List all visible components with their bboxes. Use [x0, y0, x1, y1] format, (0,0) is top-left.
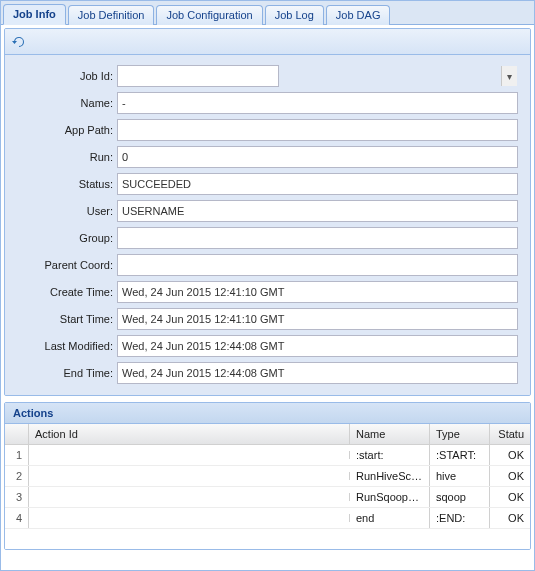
row-number: 2	[5, 466, 29, 486]
tab-label: Job Log	[275, 9, 314, 21]
label-name: Name:	[17, 97, 117, 109]
cell-status: OK	[490, 487, 530, 507]
actions-title: Actions	[5, 403, 530, 424]
label-app-path: App Path:	[17, 124, 117, 136]
label-start-time: Start Time:	[17, 313, 117, 325]
cell-status: OK	[490, 445, 530, 465]
col-type[interactable]: Type	[430, 424, 490, 444]
panel-body: Job Id: ▾ Name: App Path: Run: Status:	[5, 55, 530, 395]
label-job-id: Job Id:	[17, 70, 117, 82]
field-run[interactable]	[117, 146, 518, 168]
table-row[interactable]: 3 RunSqoopE... sqoop OK	[5, 487, 530, 508]
actions-panel: Actions Action Id Name Type Statu 1 :sta…	[4, 402, 531, 550]
cell-action-id	[29, 493, 350, 501]
cell-name: :start:	[350, 445, 430, 465]
field-app-path[interactable]	[117, 119, 518, 141]
cell-type: :END:	[430, 508, 490, 528]
cell-action-id	[29, 451, 350, 459]
field-last-modified[interactable]	[117, 335, 518, 357]
field-create-time[interactable]	[117, 281, 518, 303]
table-row[interactable]: 2 RunHiveScript hive OK	[5, 466, 530, 487]
label-status: Status:	[17, 178, 117, 190]
field-name[interactable]	[117, 92, 518, 114]
tab-label: Job DAG	[336, 9, 381, 21]
panel-toolbar	[5, 29, 530, 55]
cell-name: RunSqoopE...	[350, 487, 430, 507]
cell-name: RunHiveScript	[350, 466, 430, 486]
tab-strip: Job Info Job Definition Job Configuratio…	[1, 1, 534, 25]
field-start-time[interactable]	[117, 308, 518, 330]
label-run: Run:	[17, 151, 117, 163]
field-group[interactable]	[117, 227, 518, 249]
cell-status: OK	[490, 508, 530, 528]
tab-job-definition[interactable]: Job Definition	[68, 5, 155, 25]
tab-job-configuration[interactable]: Job Configuration	[156, 5, 262, 25]
cell-action-id	[29, 514, 350, 522]
row-number: 3	[5, 487, 29, 507]
label-user: User:	[17, 205, 117, 217]
cell-type: sqoop	[430, 487, 490, 507]
tab-job-info[interactable]: Job Info	[3, 4, 66, 25]
cell-status: OK	[490, 466, 530, 486]
field-user[interactable]	[117, 200, 518, 222]
job-info-panel: Job Id: ▾ Name: App Path: Run: Status:	[4, 28, 531, 396]
grid-empty-space	[5, 529, 530, 549]
row-number: 1	[5, 445, 29, 465]
table-row[interactable]: 1 :start: :START: OK	[5, 445, 530, 466]
col-action-id[interactable]: Action Id	[29, 424, 350, 444]
cell-name: end	[350, 508, 430, 528]
tab-job-log[interactable]: Job Log	[265, 5, 324, 25]
label-last-modified: Last Modified:	[17, 340, 117, 352]
col-status[interactable]: Statu	[490, 424, 530, 444]
label-group: Group:	[17, 232, 117, 244]
grid-header: Action Id Name Type Statu	[5, 424, 530, 445]
field-job-id[interactable]	[117, 65, 279, 87]
tab-label: Job Info	[13, 8, 56, 20]
col-rownum[interactable]	[5, 424, 29, 444]
label-create-time: Create Time:	[17, 286, 117, 298]
field-parent-coord[interactable]	[117, 254, 518, 276]
label-parent-coord: Parent Coord:	[17, 259, 117, 271]
label-end-time: End Time:	[17, 367, 117, 379]
field-status[interactable]	[117, 173, 518, 195]
col-name[interactable]: Name	[350, 424, 430, 444]
refresh-icon[interactable]	[11, 34, 27, 50]
tab-job-dag[interactable]: Job DAG	[326, 5, 391, 25]
actions-grid: Action Id Name Type Statu 1 :start: :STA…	[5, 424, 530, 549]
cell-type: :START:	[430, 445, 490, 465]
field-job-id-trigger-icon[interactable]: ▾	[501, 66, 517, 86]
table-row[interactable]: 4 end :END: OK	[5, 508, 530, 529]
cell-type: hive	[430, 466, 490, 486]
row-number: 4	[5, 508, 29, 528]
cell-action-id	[29, 472, 350, 480]
tab-label: Job Definition	[78, 9, 145, 21]
field-end-time[interactable]	[117, 362, 518, 384]
tab-label: Job Configuration	[166, 9, 252, 21]
